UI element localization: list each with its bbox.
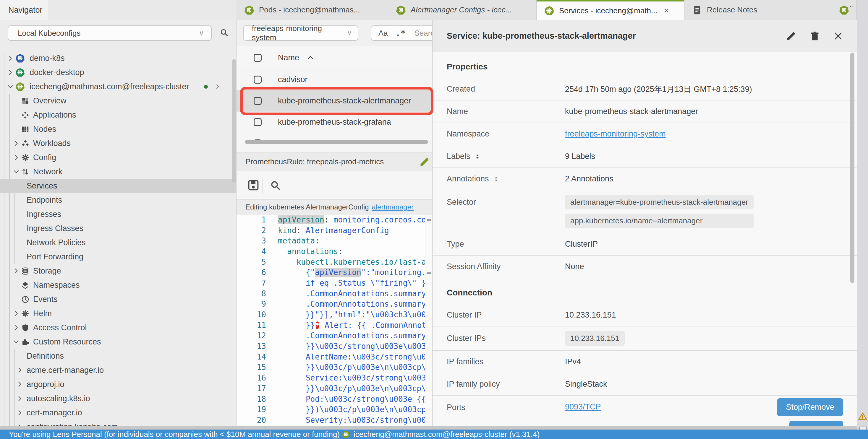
column-header-name[interactable]: Name [278, 46, 314, 69]
editor-scroll-marks[interactable] [425, 214, 432, 426]
chevron-right-icon[interactable] [17, 395, 23, 402]
sidebar-item-overview[interactable]: Overview [0, 94, 237, 108]
chevron-right-icon[interactable] [17, 381, 23, 387]
sidebar-item-ingress-classes[interactable]: Ingress Classes [0, 221, 237, 235]
select-all-checkbox[interactable] [254, 54, 261, 62]
chevron-down-icon[interactable] [7, 83, 13, 90]
namespace-select[interactable]: freeleaps-monitoring-system ∨ [243, 25, 358, 41]
sidebar-item-services[interactable]: Services [0, 179, 237, 193]
sidebar-item-config[interactable]: Config [0, 150, 237, 165]
sidebar-item-acme-cert-manager-io[interactable]: acme.cert-manager.io [0, 363, 237, 377]
sidebar-item-storage[interactable]: Storage [0, 264, 237, 278]
chevron-right-icon[interactable] [17, 424, 23, 426]
chevron-down-icon[interactable] [13, 168, 20, 175]
chevron-right-icon[interactable] [13, 268, 20, 274]
code-line-20[interactable]: 20 Severity:\u003c/strong\u003e - [237, 415, 432, 426]
code-line-6[interactable]: 6 {"apiVersion":"monitoring.core [237, 267, 432, 278]
sidebar-item-configuration-konghq-com[interactable]: configuration.konghq.com [0, 420, 237, 426]
code-line-9[interactable]: 9 .CommonAnnotations.summary }}- [237, 299, 432, 310]
app-bottom-scrollbar[interactable] [0, 426, 857, 430]
navigator-tab[interactable]: Navigator [0, 0, 48, 20]
close-icon[interactable]: × [664, 6, 669, 15]
stop-remove-button[interactable]: Stop/Remove [777, 398, 843, 416]
code-line-17[interactable]: 17 }}\u003c/p\u003e\n\u003cp\u003 [237, 383, 432, 394]
code-line-5[interactable]: 5 kubectl.kubernetes.io/last-appli [237, 257, 432, 267]
tab-release-notes[interactable]: Release Notes [684, 0, 831, 20]
port-link[interactable]: 9093/TCP [565, 402, 601, 411]
editing-resource-link[interactable]: alertmanager [372, 203, 413, 211]
chevron-down-icon[interactable] [13, 339, 20, 345]
kubeconfig-select[interactable]: Local Kubeconfigs ∨ [8, 25, 212, 41]
code-line-10[interactable]: 10 }}"}],"html":"\u003ch3\u003e\u [237, 309, 432, 320]
search-icon[interactable] [219, 28, 229, 37]
edit-icon[interactable] [786, 31, 797, 41]
code-line-13[interactable]: 13 }}\u003c/strong\u003e\u003c/h3 [237, 341, 432, 351]
tab-services-icecheng-math[interactable]: Services - icecheng@math...× [536, 0, 684, 20]
trash-icon[interactable] [809, 31, 820, 41]
code-line-16[interactable]: 16 Service:\u003c/strong\u003e {- [237, 373, 432, 383]
yaml-editor[interactable]: 1apiVersion: monitoring.coreos.com/v12ki… [237, 214, 432, 426]
sidebar-item-definitions[interactable]: Definitions [0, 349, 237, 363]
sidebar-item-docker-desktop[interactable]: docker-desktop [0, 65, 237, 79]
namespace-link[interactable]: freeleaps-monitoring-system [565, 129, 666, 138]
sidebar-item-nodes[interactable]: Nodes [0, 122, 237, 136]
code-line-2[interactable]: 2kind: AlertmanagerConfig [237, 225, 432, 236]
sidebar-item-helm[interactable]: Helm [0, 306, 237, 320]
chevron-right-icon[interactable] [17, 409, 23, 416]
tab-overflow[interactable]: ‥ [831, 0, 857, 20]
chevron-right-icon[interactable] [17, 367, 23, 373]
sidebar-item-events[interactable]: Events [0, 292, 237, 306]
chevron-right-icon[interactable] [215, 83, 221, 90]
sidebar-item-custom-resources[interactable]: Custom Resources [0, 335, 237, 349]
save-icon[interactable] [247, 179, 259, 192]
sidebar-scrollbar[interactable] [232, 59, 236, 183]
sidebar-item-cert-manager-io[interactable]: cert-manager.io [0, 406, 237, 420]
search-icon[interactable] [270, 180, 281, 191]
chevron-right-icon[interactable] [7, 69, 13, 76]
code-line-15[interactable]: 15 }}\u003c/p\u003e\n\u003cp\u003 [237, 362, 432, 373]
tab-alertmanager-configs-icec[interactable]: Alertmanager Configs - icec... [388, 0, 536, 20]
sidebar-item-endpoints[interactable]: Endpoints [0, 193, 237, 207]
code-line-12[interactable]: 12 .CommonAnnotations.summary }}- [237, 331, 432, 341]
table-row[interactable] [237, 133, 432, 140]
row-checkbox[interactable] [254, 76, 261, 83]
sidebar-item-network-policies[interactable]: Network Policies [0, 235, 237, 250]
sort-toggle-icon[interactable] [493, 176, 499, 182]
close-icon[interactable] [833, 31, 843, 41]
sidebar-item-applications[interactable]: Applications [0, 108, 237, 122]
code-line-8[interactable]: 8 .CommonAnnotations.summary }}- [237, 288, 432, 299]
tab-pods-icecheng-mathmas[interactable]: Pods - icecheng@mathmas... [237, 0, 388, 20]
match-case-icon[interactable]: Aa [378, 29, 388, 38]
chevron-right-icon[interactable] [13, 310, 20, 317]
chevron-right-icon[interactable] [13, 154, 20, 161]
code-line-18[interactable]: 18 Pod:\u003c/strong\u003e {{ .Co [237, 394, 432, 404]
code-line-11[interactable]: 11 }} Alert: {{ .CommonAnnotati [237, 320, 432, 331]
sidebar-item-autoscaling-k8s-io[interactable]: autoscaling.k8s.io [0, 392, 237, 406]
chevron-right-icon[interactable] [13, 140, 20, 146]
search-input[interactable]: Aa .* Search... [371, 25, 432, 41]
code-line-3[interactable]: 3metadata: [237, 235, 432, 246]
sidebar-item-icecheng-mathmast-com-freeleaps-cluster[interactable]: icecheng@mathmast.com@freeleaps-cluster [0, 79, 237, 94]
sidebar-item-access-control[interactable]: Access Control [0, 320, 237, 335]
horizontal-scrollbar[interactable] [245, 140, 428, 144]
sidebar-item-network[interactable]: Network [0, 165, 237, 179]
code-line-7[interactable]: 7 if eq .Status \"firing\" }} [237, 278, 432, 288]
sidebar-item-argoproj-io[interactable]: argoproj.io [0, 377, 237, 392]
code-line-4[interactable]: 4 annotations: [237, 246, 432, 257]
prometheusrule-dock-tab[interactable]: PrometheusRule: freepeals-prod-metrics [237, 152, 432, 171]
sidebar-item-namespaces[interactable]: Namespaces [0, 278, 237, 292]
sidebar-item-ingresses[interactable]: Ingresses [0, 207, 237, 221]
chevron-right-icon[interactable] [13, 325, 20, 331]
sidebar-item-workloads[interactable]: Workloads [0, 136, 237, 150]
code-line-19[interactable]: 19 }})\u003c/p\u003e\n\u003cp\u00 [237, 404, 432, 415]
active-cluster-status[interactable]: icecheng@mathmast.com@freeleaps-cluster … [342, 430, 539, 439]
code-line-1[interactable]: 1apiVersion: monitoring.coreos.com/v1 [237, 214, 432, 225]
panel-scrollbar[interactable] [850, 53, 855, 283]
edit-icon[interactable] [419, 157, 430, 167]
sidebar-item-demo-k8s[interactable]: demo-k8s [0, 51, 237, 65]
sidebar-item-port-forwarding[interactable]: Port Forwarding [0, 250, 237, 264]
row-checkbox[interactable] [254, 118, 261, 126]
chevron-right-icon[interactable] [7, 55, 13, 62]
sort-toggle-icon[interactable] [474, 154, 480, 160]
regex-icon[interactable]: .* [396, 28, 406, 38]
